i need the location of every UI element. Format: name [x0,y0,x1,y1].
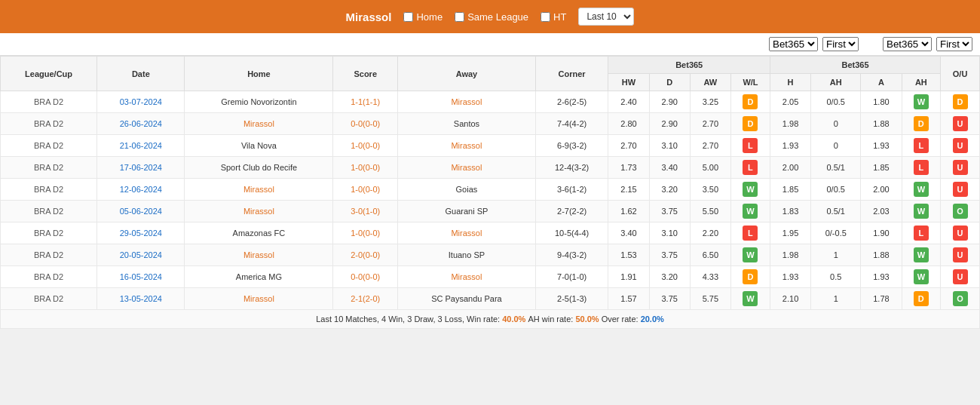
cell-aw: 5.50 [690,201,730,222]
table-row: BRA D2 03-07-2024 Gremio Novorizontin 1-… [1,91,980,113]
cell-away: Guarani SP [398,201,536,222]
ah2-badge: L [914,226,929,241]
cell-aw: 2.70 [690,113,730,135]
same-league-label: Same League [467,11,528,23]
ou-badge: U [953,226,968,241]
cell-hw: 2.15 [608,179,649,201]
cell-corner: 3-6(1-2) [535,179,608,201]
cell-hw: 1.73 [608,157,649,179]
cell-wl: W [731,244,770,266]
cell-ah2: W [902,201,941,222]
ht-label: HT [553,11,566,23]
col-home: Home [185,57,333,91]
ht-checkbox[interactable] [541,12,550,22]
bookmaker1-select[interactable]: Bet365 [769,37,818,51]
cell-d: 3.75 [649,244,690,266]
cell-date: 03-07-2024 [97,91,185,113]
cell-h: 1.98 [770,113,810,135]
cell-date: 05-06-2024 [97,201,185,222]
cell-home: Mirassol [185,201,333,222]
col-league: League/Cup [1,57,97,91]
cell-date: 29-05-2024 [97,222,185,244]
cell-ah: 0.5 [811,266,861,288]
col-d: D [649,74,690,91]
cell-score: 1-0(0-0) [333,222,398,244]
cell-h: 1.83 [770,201,810,222]
home-checkbox[interactable] [403,12,413,22]
cell-aw: 5.00 [690,157,730,179]
cell-wl: L [731,157,770,179]
col-ou: O/U [941,57,980,91]
cell-wl: W [731,288,770,310]
col-aw: AW [690,74,730,91]
same-league-checkbox-label[interactable]: Same League [455,11,528,23]
cell-aw: 3.50 [690,179,730,201]
ah2-badge: W [914,94,929,109]
ah2-badge: L [914,160,929,175]
footer-text: Last 10 Matches, 4 Win, 3 Draw, 3 Loss, … [1,310,980,329]
header-bar: Mirassol Home Same League HT Last 5 Last… [0,0,980,33]
table-row: BRA D2 12-06-2024 Mirassol 1-0(0-0) Goia… [1,179,980,201]
cell-date: 21-06-2024 [97,135,185,157]
ah2-badge: W [914,247,929,262]
cell-a: 2.03 [861,201,902,222]
table-row: BRA D2 13-05-2024 Mirassol 2-1(2-0) SC P… [1,288,980,310]
cell-ou: U [941,266,980,288]
col-group-bet365-1: Bet365 [608,57,770,74]
last-select[interactable]: Last 5 Last 10 Last 20 [578,8,634,26]
cell-hw: 1.57 [608,288,649,310]
cell-ou: U [941,244,980,266]
wl-badge: L [743,226,758,241]
cell-d: 2.90 [649,91,690,113]
cell-aw: 6.50 [690,244,730,266]
table-row: BRA D2 29-05-2024 Amazonas FC 1-0(0-0) M… [1,222,980,244]
cell-d: 2.90 [649,113,690,135]
cell-corner: 6-9(3-2) [535,135,608,157]
cell-score: 1-1(1-1) [333,91,398,113]
cell-h: 1.93 [770,266,810,288]
cell-ah2: W [902,244,941,266]
cell-date: 17-06-2024 [97,157,185,179]
cell-aw: 3.25 [690,91,730,113]
cell-ah: 0.5/1 [811,157,861,179]
cell-date: 16-05-2024 [97,266,185,288]
same-league-checkbox[interactable] [455,12,464,22]
table-row: BRA D2 17-06-2024 Sport Club do Recife 1… [1,157,980,179]
cell-aw: 4.33 [690,266,730,288]
cell-wl: W [731,201,770,222]
cell-home: Sport Club do Recife [185,157,333,179]
cell-ah2: L [902,135,941,157]
home-checkbox-label[interactable]: Home [403,11,443,23]
col-h: H [770,74,810,91]
cell-ou: U [941,135,980,157]
ah2-badge: L [914,138,929,153]
ht-checkbox-label[interactable]: HT [541,11,566,23]
ah2-badge: W [914,204,929,219]
ou-badge: U [953,247,968,262]
period1-select[interactable]: First Full [822,37,859,51]
cell-ou: O [941,201,980,222]
cell-a: 1.88 [861,244,902,266]
period2-select[interactable]: First Full [936,37,972,51]
ou-badge: O [953,291,968,306]
cell-ah: 0 [811,135,861,157]
win-rate: 40.0% [502,314,528,324]
ou-badge: U [953,160,968,175]
cell-league: BRA D2 [1,222,97,244]
cell-away: Santos [398,113,536,135]
cell-corner: 9-4(3-2) [535,244,608,266]
cell-a: 1.93 [861,135,902,157]
wl-badge: D [743,116,758,131]
cell-home: Mirassol [185,179,333,201]
col-hw: HW [608,74,649,91]
cell-corner: 12-4(3-2) [535,157,608,179]
cell-hw: 2.70 [608,135,649,157]
bookmaker2-select[interactable]: Bet365 [883,37,932,51]
cell-h: 1.95 [770,222,810,244]
col-corner: Corner [535,57,608,91]
cell-a: 1.90 [861,222,902,244]
col-date: Date [97,57,185,91]
ou-badge: U [953,269,968,284]
cell-corner: 7-0(1-0) [535,266,608,288]
cell-hw: 1.91 [608,266,649,288]
